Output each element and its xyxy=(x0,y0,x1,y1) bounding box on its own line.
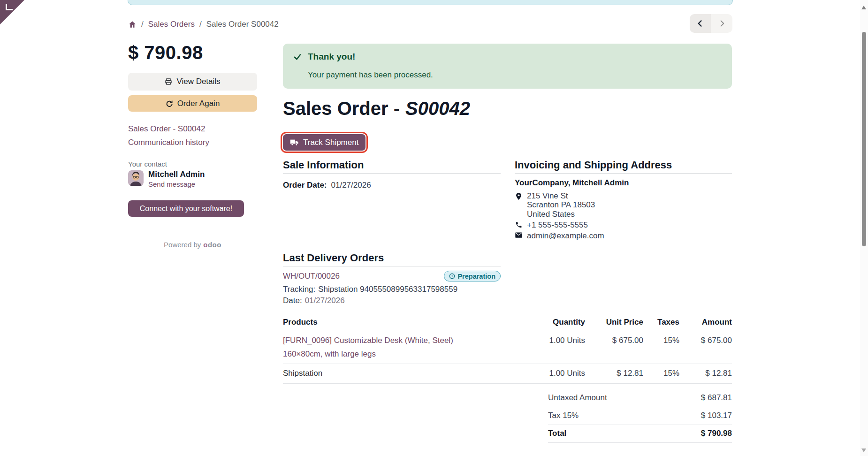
column-header-taxes: Taxes xyxy=(643,318,679,331)
address-email: admin@example.com xyxy=(527,231,604,240)
address-street-row: 215 Vine St Scranton PA 18503 United Sta… xyxy=(515,191,732,219)
envelope-icon xyxy=(515,232,522,238)
backend-corner-ribbon[interactable] xyxy=(0,0,24,24)
delivery-date-line: Date:01/27/2026 xyxy=(283,296,501,305)
column-header-unit-price: Unit Price xyxy=(585,318,643,331)
powered-by-label: Powered by xyxy=(164,241,201,249)
sidebar-communication-history-link[interactable]: Communication history xyxy=(128,138,257,147)
products-table: Products Quantity Unit Price Taxes Amoun… xyxy=(283,318,732,443)
pager-prev-button[interactable] xyxy=(690,14,711,33)
send-message-link[interactable]: Send message xyxy=(148,180,205,188)
powered-by: Powered byodoo xyxy=(128,241,257,249)
order-page-content: Thank you! Your payment has been process… xyxy=(283,44,732,456)
tax-value: $ 103.17 xyxy=(701,411,732,420)
odoo-brand-link[interactable]: odoo xyxy=(203,241,221,249)
contact-card: Mitchell Admin Send message xyxy=(128,170,257,188)
order-info-row: Sale Information Order Date:01/27/2026 I… xyxy=(283,160,732,240)
table-row: [FURN_0096] Customizable Desk (White, St… xyxy=(283,331,732,364)
delivery-line: WH/OUT/00026 Preparation xyxy=(283,271,501,281)
breadcrumb-home-link[interactable] xyxy=(128,20,137,29)
address-phone: +1 555-555-5555 xyxy=(527,220,588,229)
delivery-reference-link[interactable]: WH/OUT/00026 xyxy=(283,272,340,281)
phone-icon xyxy=(515,221,522,228)
order-again-label: Order Again xyxy=(177,99,220,108)
address-heading: Invoicing and Shipping Address xyxy=(515,160,732,174)
scrollbar-up-arrow[interactable] xyxy=(861,6,866,9)
tax-label: Tax 15% xyxy=(548,411,579,420)
product-name-cell: [FURN_0096] Customizable Desk (White, St… xyxy=(283,331,522,364)
column-header-products: Products xyxy=(283,318,522,331)
address-list: 215 Vine St Scranton PA 18503 United Sta… xyxy=(515,191,732,240)
breadcrumb-separator: / xyxy=(141,20,144,29)
product-amount: $ 675.00 xyxy=(679,331,732,364)
map-pin-icon xyxy=(516,192,522,200)
address-section: Invoicing and Shipping Address YourCompa… xyxy=(515,160,732,240)
breadcrumb: / Sales Orders / Sales Order S00042 xyxy=(128,20,279,29)
page-title-prefix: Sales Order - xyxy=(283,98,400,119)
delivery-date-value: 01/27/2026 xyxy=(305,296,345,305)
order-again-button[interactable]: Order Again xyxy=(128,95,257,112)
alert-title: Thank you! xyxy=(308,52,355,62)
page-scrollbar[interactable] xyxy=(860,0,868,456)
tracking-label: Tracking: xyxy=(283,285,315,294)
delivery-heading: Last Delivery Orders xyxy=(283,253,501,266)
address-street: 215 Vine St xyxy=(527,191,595,200)
order-summary-sidebar: $ 790.98 View Details Order Again Sales … xyxy=(128,42,257,249)
avatar xyxy=(128,170,144,186)
delivery-orders-section: Last Delivery Orders WH/OUT/00026 Prepar… xyxy=(283,253,501,305)
scrollbar-down-arrow[interactable] xyxy=(861,448,866,452)
untaxed-amount-row: Untaxed Amount $ 687.81 xyxy=(548,389,732,407)
printer-icon xyxy=(165,78,172,85)
product-name: Shipstation xyxy=(283,369,322,378)
total-value: $ 790.98 xyxy=(701,429,732,438)
your-contact-label: Your contact xyxy=(128,160,257,168)
track-shipment-button[interactable]: Track Shipment xyxy=(283,134,365,151)
sale-information-section: Sale Information Order Date:01/27/2026 xyxy=(283,160,501,240)
order-date-value: 01/27/2026 xyxy=(331,181,371,190)
scrollbar-thumb[interactable] xyxy=(862,32,866,246)
products-table-header: Products Quantity Unit Price Taxes Amoun… xyxy=(283,318,732,331)
untaxed-amount-value: $ 687.81 xyxy=(701,393,732,403)
view-details-button[interactable]: View Details xyxy=(128,73,257,91)
breadcrumb-sales-orders-link[interactable]: Sales Orders xyxy=(148,20,195,29)
view-details-label: View Details xyxy=(176,77,220,86)
truck-icon xyxy=(290,138,299,146)
address-country: United States xyxy=(527,210,595,219)
tracking-line: Tracking:Shipstation 9405550899563317598… xyxy=(283,285,501,294)
sale-information-heading: Sale Information xyxy=(283,160,501,174)
order-date-label: Order Date: xyxy=(283,181,327,190)
product-link[interactable]: [FURN_0096] Customizable Desk (White, St… xyxy=(283,336,522,345)
record-pager xyxy=(690,14,732,33)
page-title: Sales Order -S00042 xyxy=(283,99,732,118)
untaxed-amount-label: Untaxed Amount xyxy=(548,393,607,403)
product-quantity: 1.00 Units xyxy=(522,331,585,364)
breadcrumb-current: Sales Order S00042 xyxy=(206,20,279,29)
breadcrumb-separator: / xyxy=(199,20,202,29)
chevron-left-icon xyxy=(697,20,704,27)
address-company: YourCompany, Mitchell Admin xyxy=(515,179,732,187)
tax-row: Tax 15% $ 103.17 xyxy=(548,407,732,425)
pager-next-button[interactable] xyxy=(711,14,732,33)
contact-name: Mitchell Admin xyxy=(148,170,205,179)
product-amount: $ 12.81 xyxy=(679,364,732,384)
alert-message: Your payment has been processed. xyxy=(308,70,722,80)
product-quantity: 1.00 Units xyxy=(522,364,585,384)
order-total-amount: $ 790.98 xyxy=(128,42,257,63)
corner-glyph-icon xyxy=(6,4,13,10)
product-unit-price: $ 675.00 xyxy=(585,331,643,364)
tracking-value: Shipstation 9405550899563317598559 xyxy=(318,285,457,294)
connect-software-button[interactable]: Connect with your software! xyxy=(128,200,244,217)
chevron-right-icon xyxy=(718,20,725,27)
total-label: Total xyxy=(548,429,566,438)
delivery-status-label: Preparation xyxy=(457,273,495,280)
track-shipment-label: Track Shipment xyxy=(303,138,358,147)
address-email-row: admin@example.com xyxy=(515,231,732,240)
table-row: Shipstation 1.00 Units $ 12.81 15% $ 12.… xyxy=(283,364,732,384)
total-row: Total $ 790.98 xyxy=(548,425,732,443)
sidebar-sales-order-link[interactable]: Sales Order - S00042 xyxy=(128,124,257,134)
address-phone-row: +1 555-555-5555 xyxy=(515,220,732,229)
notification-toast-remnant xyxy=(128,0,733,5)
order-date-line: Order Date:01/27/2026 xyxy=(283,181,501,190)
check-icon xyxy=(293,53,302,61)
product-taxes: 15% xyxy=(643,364,679,384)
